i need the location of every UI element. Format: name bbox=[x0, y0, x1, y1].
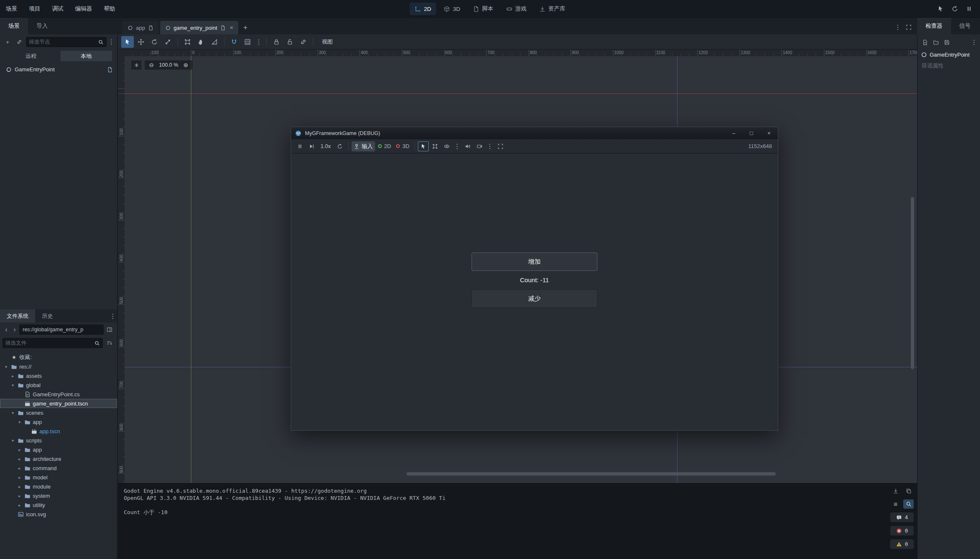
embed-fullscreen-icon[interactable] bbox=[495, 141, 506, 151]
view-menu[interactable]: 视图 bbox=[317, 36, 338, 48]
pan-tool-icon[interactable] bbox=[195, 36, 207, 48]
pause-game-icon[interactable] bbox=[963, 3, 975, 14]
minimize-button[interactable]: – bbox=[725, 127, 743, 139]
mode-3d-button[interactable]: 3D bbox=[394, 141, 412, 151]
next-frame-icon[interactable] bbox=[306, 141, 317, 151]
menu-help[interactable]: 帮助 bbox=[98, 0, 121, 18]
increase-button[interactable]: 增加 bbox=[472, 252, 597, 271]
chevron-right-icon[interactable]: ▸ bbox=[17, 457, 22, 461]
chevron-right-icon[interactable]: ▸ bbox=[17, 484, 22, 489]
current-path-input[interactable] bbox=[23, 327, 100, 333]
fs-item-favorites[interactable]: ★收藏: bbox=[0, 353, 117, 362]
fs-item-global[interactable]: ▾global bbox=[0, 380, 117, 390]
menu-scene[interactable]: 场景 bbox=[0, 0, 23, 18]
workspace-assetlib[interactable]: 资产库 bbox=[534, 3, 571, 15]
workspace-game[interactable]: 游戏 bbox=[501, 3, 532, 15]
decrease-button[interactable]: 减少 bbox=[472, 289, 597, 308]
tab-list-menu-icon[interactable]: ⋮ bbox=[894, 22, 902, 33]
scene-tab-game-entry-point[interactable]: game_entry_point × bbox=[160, 21, 238, 34]
sort-files-icon[interactable] bbox=[104, 338, 115, 348]
chevron-down-icon[interactable]: ▾ bbox=[10, 438, 16, 443]
rotate-tool-icon[interactable] bbox=[148, 36, 161, 48]
pause-game-icon[interactable] bbox=[295, 141, 305, 151]
fs-item-icon-svg[interactable]: icon.svg bbox=[0, 510, 117, 519]
warnings-filter-badge[interactable]: 0 bbox=[890, 539, 914, 549]
fs-item-system[interactable]: ▸system bbox=[0, 491, 117, 500]
nav-back-icon[interactable]: ‹ bbox=[3, 325, 10, 334]
game-window-titlebar[interactable]: MyGFrameworkGame (DEBUG) – □ × bbox=[291, 127, 778, 139]
select-options-menu-icon[interactable]: ⋮ bbox=[453, 141, 461, 152]
copy-log-icon[interactable] bbox=[903, 486, 914, 496]
scene-tree-root-node[interactable]: GameEntryPoint bbox=[0, 64, 117, 75]
menu-project[interactable]: 项目 bbox=[23, 0, 46, 18]
fs-item-game-entry-point-tscn[interactable]: game_entry_point.tscn bbox=[0, 399, 117, 408]
tab-filesystem[interactable]: 文件系统 bbox=[0, 309, 35, 322]
horizontal-scrollbar[interactable] bbox=[407, 472, 776, 476]
move-tool-icon[interactable] bbox=[135, 36, 147, 48]
zoom-in-icon[interactable]: ⊕ bbox=[181, 60, 191, 70]
pick-node-icon[interactable] bbox=[418, 141, 429, 151]
search-log-icon[interactable] bbox=[903, 499, 914, 509]
menu-debug[interactable]: 调试 bbox=[46, 0, 69, 18]
chevron-right-icon[interactable]: ▸ bbox=[17, 503, 22, 507]
tab-import-dock[interactable]: 导入 bbox=[28, 18, 56, 34]
fs-item-scripts-app[interactable]: ▸app bbox=[0, 445, 117, 454]
vertical-scrollbar[interactable] bbox=[911, 197, 914, 369]
mode-2d-button[interactable]: 2D bbox=[376, 141, 394, 151]
instance-scene-icon[interactable] bbox=[14, 36, 24, 47]
selection-visible-icon[interactable] bbox=[441, 141, 452, 151]
time-scale-label[interactable]: 1.0x bbox=[318, 143, 334, 149]
mute-audio-icon[interactable] bbox=[462, 141, 473, 151]
chevron-down-icon[interactable]: ▾ bbox=[10, 383, 16, 387]
save-resource-icon[interactable] bbox=[942, 37, 952, 48]
inspector-menu-icon[interactable]: ⋮ bbox=[970, 37, 978, 48]
fs-item-utility[interactable]: ▸utility bbox=[0, 500, 117, 510]
fs-item-scenes[interactable]: ▾scenes bbox=[0, 408, 117, 417]
center-view-icon[interactable] bbox=[131, 60, 141, 70]
zoom-out-icon[interactable]: ⊖ bbox=[146, 60, 156, 70]
chevron-right-icon[interactable]: ▸ bbox=[10, 374, 16, 378]
save-log-icon[interactable] bbox=[890, 486, 901, 496]
fs-item-command[interactable]: ▸command bbox=[0, 463, 117, 473]
filter-files-input[interactable] bbox=[5, 340, 93, 346]
collapse-log-icon[interactable]: ≡ bbox=[890, 499, 901, 509]
load-resource-icon[interactable] bbox=[931, 37, 941, 48]
tab-history[interactable]: 历史 bbox=[35, 309, 60, 322]
remote-button[interactable]: 远程 bbox=[5, 51, 57, 61]
lock-icon[interactable] bbox=[270, 36, 283, 48]
fs-item-res-root[interactable]: ▾res:// bbox=[0, 362, 117, 371]
chevron-down-icon[interactable]: ▾ bbox=[3, 364, 9, 369]
list-select-icon[interactable] bbox=[430, 141, 440, 151]
local-button[interactable]: 本地 bbox=[60, 51, 112, 61]
chevron-down-icon[interactable]: ▾ bbox=[17, 420, 22, 424]
filter-properties-input[interactable] bbox=[922, 62, 975, 69]
workspace-2d[interactable]: 2D bbox=[409, 3, 436, 15]
scale-tool-icon[interactable] bbox=[162, 36, 174, 48]
unlock-icon[interactable] bbox=[284, 36, 296, 48]
grid-snap-icon[interactable] bbox=[241, 36, 254, 48]
select-mode-icon[interactable] bbox=[935, 3, 946, 14]
maximize-button[interactable]: □ bbox=[743, 127, 760, 139]
menu-editor[interactable]: 编辑器 bbox=[69, 0, 98, 18]
camera-options-menu-icon[interactable]: ⋮ bbox=[486, 141, 494, 152]
scene-dock-menu-icon[interactable]: ⋮ bbox=[108, 36, 115, 47]
tab-signals[interactable]: 信号 bbox=[951, 18, 979, 34]
tab-scene-dock[interactable]: 场景 bbox=[0, 18, 28, 34]
workspace-3d[interactable]: 3D bbox=[439, 3, 465, 15]
input-mode-button[interactable]: 输入 bbox=[352, 141, 375, 151]
snap-options-menu-icon[interactable]: ⋮ bbox=[255, 36, 263, 47]
fs-item-gameentrypoint-cs[interactable]: GameEntryPoint.cs bbox=[0, 390, 117, 399]
chevron-right-icon[interactable]: ▸ bbox=[17, 466, 22, 471]
tab-inspector[interactable]: 检查器 bbox=[917, 18, 951, 34]
fs-item-scenes-app[interactable]: ▾app bbox=[0, 417, 117, 426]
group-icon[interactable] bbox=[297, 36, 310, 48]
fs-item-scripts[interactable]: ▾scripts bbox=[0, 436, 117, 445]
chevron-right-icon[interactable]: ▸ bbox=[17, 447, 22, 452]
camera-override-icon[interactable] bbox=[474, 141, 485, 151]
close-button[interactable]: × bbox=[760, 127, 778, 139]
list-select-icon[interactable] bbox=[181, 36, 194, 48]
workspace-script[interactable]: 脚本 bbox=[468, 3, 498, 15]
reset-time-scale-icon[interactable] bbox=[334, 141, 345, 151]
attached-script-icon[interactable] bbox=[107, 67, 113, 73]
ruler-tool-icon[interactable] bbox=[208, 36, 221, 48]
